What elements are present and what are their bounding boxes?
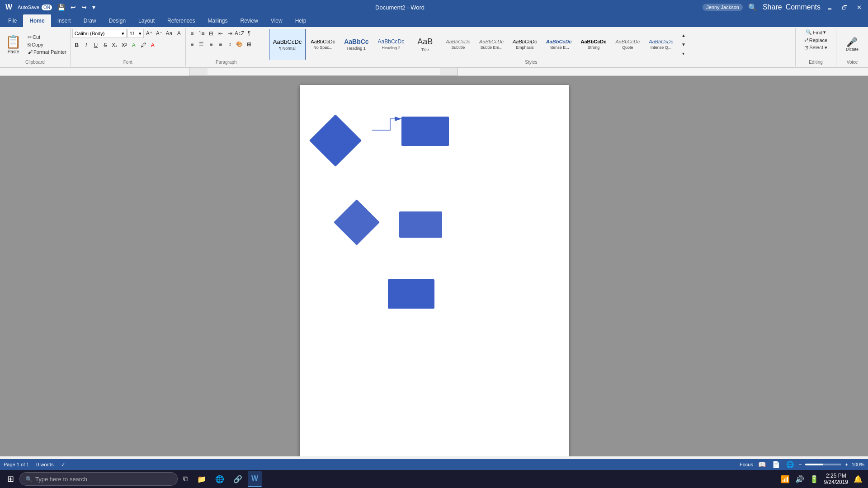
comments-button[interactable]: Comments	[786, 3, 821, 11]
clock[interactable]: 2:25 PM 9/24/2019	[822, 472, 850, 486]
bold-button[interactable]: B	[72, 41, 81, 50]
read-view-button[interactable]: 📖	[757, 460, 767, 469]
justify-button[interactable]: ≡	[216, 40, 225, 49]
numbering-button[interactable]: 1≡	[197, 29, 206, 38]
increase-indent-button[interactable]: ⇥	[226, 29, 235, 38]
shape-diamond-2[interactable]	[334, 199, 380, 245]
taskbar-search[interactable]: 🔍 Type here to search	[19, 472, 178, 486]
word-taskbar-button[interactable]: W	[248, 471, 262, 487]
focus-button[interactable]: Focus	[740, 462, 753, 467]
increase-font-button[interactable]: A⁺	[145, 29, 154, 38]
cut-button[interactable]: ✂ Cut	[26, 34, 68, 41]
user-name[interactable]: Jenny Jackson	[703, 4, 743, 11]
tab-view[interactable]: View	[264, 14, 289, 27]
proofing-icon[interactable]: ✓	[61, 462, 65, 468]
style-strong[interactable]: AaBbCcDc Strong	[577, 29, 611, 60]
style-title[interactable]: AaB Title	[409, 29, 441, 60]
replace-button[interactable]: ⇄ Replace	[802, 37, 829, 43]
align-left-button[interactable]: ≡	[188, 40, 197, 49]
style-subtitle[interactable]: AaBbCcDc Subtitle	[442, 29, 474, 60]
share-button[interactable]: Share	[763, 3, 782, 11]
bullets-button[interactable]: ≡	[188, 29, 197, 38]
copy-button[interactable]: ⎘ Copy	[26, 42, 68, 48]
style-no-spacing[interactable]: AaBbCcDc No Spac...	[307, 29, 339, 60]
sort-button[interactable]: A↕Z	[235, 29, 244, 38]
tab-file[interactable]: File	[2, 14, 23, 27]
style-normal[interactable]: AaBbCcDc ¶ Normal	[269, 29, 306, 60]
style-intense-quote[interactable]: AaBbCcDc Intense Q...	[645, 29, 677, 60]
text-effects-button[interactable]: A	[129, 41, 138, 50]
line-spacing-button[interactable]: ↕	[226, 40, 235, 49]
minimize-button[interactable]: 🗕	[824, 3, 835, 12]
text-highlight-button[interactable]: 🖍	[139, 41, 148, 50]
restore-button[interactable]: 🗗	[839, 3, 850, 12]
autosave-toggle[interactable]: AutoSave ON	[16, 4, 54, 11]
zoom-level[interactable]: 100%	[852, 462, 864, 467]
zoom-slider[interactable]	[805, 464, 841, 465]
font-color-button[interactable]: A	[148, 41, 157, 50]
style-heading2[interactable]: AaBbCcDc Heading 2	[374, 29, 409, 60]
clear-format-button[interactable]: A	[175, 29, 184, 38]
superscript-button[interactable]: X²	[120, 41, 129, 50]
strikethrough-button[interactable]: S̶	[101, 41, 110, 50]
italic-button[interactable]: I	[82, 41, 91, 50]
undo-button[interactable]: ↩	[69, 3, 78, 12]
font-size-selector[interactable]: 11 ▾	[127, 29, 144, 38]
shape-rect-1[interactable]	[401, 117, 449, 146]
close-button[interactable]: ✕	[854, 3, 864, 12]
style-intense-emphasis[interactable]: AaBbCcDc Intense E...	[542, 29, 576, 60]
styles-scroll-up[interactable]: ▲	[679, 31, 688, 40]
notification-icon[interactable]: 🔔	[852, 473, 864, 485]
show-formatting-button[interactable]: ¶	[245, 29, 254, 38]
underline-button[interactable]: U	[91, 41, 100, 50]
tab-references[interactable]: References	[161, 14, 201, 27]
style-emphasis[interactable]: AaBbCcDc Emphasis	[509, 29, 541, 60]
tab-help[interactable]: Help	[289, 14, 313, 27]
font-name-selector[interactable]: Calibri (Body) ▾	[72, 29, 127, 38]
chrome-button[interactable]: 🌐	[212, 471, 228, 487]
search-icon[interactable]: 🔍	[746, 2, 759, 13]
link-button[interactable]: 🔗	[230, 471, 246, 487]
print-layout-button[interactable]: 📄	[771, 460, 781, 469]
document-page[interactable]	[300, 85, 569, 456]
web-layout-button[interactable]: 🌐	[785, 460, 795, 469]
save-button[interactable]: 💾	[56, 3, 67, 12]
format-painter-button[interactable]: 🖌 Format Painter	[26, 49, 68, 55]
find-button[interactable]: 🔍 Find ▾	[804, 29, 828, 36]
change-case-button[interactable]: Aa	[165, 29, 174, 38]
align-center-button[interactable]: ☰	[197, 40, 206, 49]
decrease-font-button[interactable]: A⁻	[155, 29, 164, 38]
zoom-in-button[interactable]: +	[845, 462, 848, 467]
style-heading1[interactable]: AaBbCc Heading 1	[340, 29, 373, 60]
style-subtle-emphasis[interactable]: AaBbCcDc Subtle Em...	[475, 29, 508, 60]
styles-more-button[interactable]: ▾	[679, 49, 688, 58]
shape-diamond-1[interactable]	[309, 114, 362, 167]
file-explorer-button[interactable]: 📁	[193, 471, 210, 487]
task-view-button[interactable]: ⧉	[179, 471, 192, 487]
multilevel-list-button[interactable]: ⊟	[207, 29, 216, 38]
shading-button[interactable]: 🎨	[235, 40, 244, 49]
redo-button[interactable]: ↪	[80, 3, 89, 12]
tab-home[interactable]: Home	[23, 14, 51, 27]
tab-design[interactable]: Design	[103, 14, 132, 27]
dictate-button[interactable]: 🎤 Dictate	[843, 37, 861, 52]
shape-rect-2[interactable]	[399, 211, 442, 238]
borders-button[interactable]: ⊞	[245, 40, 254, 49]
tab-draw[interactable]: Draw	[77, 14, 103, 27]
align-right-button[interactable]: ≡	[207, 40, 216, 49]
tab-review[interactable]: Review	[234, 14, 264, 27]
style-quote[interactable]: AaBbCcDc Quote	[611, 29, 644, 60]
network-icon[interactable]: 📶	[779, 473, 792, 485]
zoom-out-button[interactable]: −	[799, 462, 802, 467]
select-button[interactable]: ⊡ Select ▾	[802, 44, 829, 51]
start-button[interactable]: ⊞	[4, 471, 18, 487]
shape-rect-3[interactable]	[388, 279, 434, 309]
tab-insert[interactable]: Insert	[51, 14, 77, 27]
tab-mailings[interactable]: Mailings	[201, 14, 234, 27]
customize-qa-button[interactable]: ▾	[90, 3, 97, 12]
subscript-button[interactable]: X₂	[110, 41, 119, 50]
volume-icon[interactable]: 🔊	[793, 473, 806, 485]
styles-scroll-down[interactable]: ▼	[679, 40, 688, 49]
battery-icon[interactable]: 🔋	[808, 473, 821, 485]
paste-button[interactable]: 📋 Paste	[2, 33, 25, 55]
